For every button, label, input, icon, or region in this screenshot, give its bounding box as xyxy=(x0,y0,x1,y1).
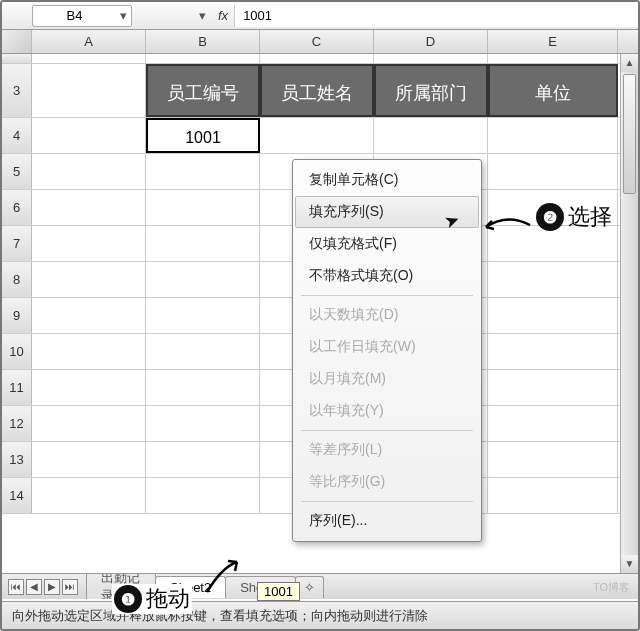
col-header-A[interactable]: A xyxy=(32,30,146,53)
cell[interactable] xyxy=(32,154,146,189)
row-header-2[interactable] xyxy=(2,54,32,63)
cell[interactable] xyxy=(488,118,618,153)
cell[interactable] xyxy=(32,190,146,225)
callout-number-2: ❷ xyxy=(536,203,564,231)
header-department[interactable]: 所属部门 xyxy=(374,64,488,117)
menu-separator xyxy=(301,430,473,431)
menu-growth: 等比序列(G) xyxy=(295,466,479,498)
cell[interactable] xyxy=(32,370,146,405)
tab-first-icon[interactable]: ⏮ xyxy=(8,579,24,595)
cell[interactable] xyxy=(260,54,374,63)
menu-separator xyxy=(301,501,473,502)
cell[interactable] xyxy=(488,406,618,441)
callout-select: ❷ 选择 xyxy=(536,202,612,232)
row-header-5[interactable]: 5 xyxy=(2,154,32,189)
row-header-3[interactable]: 3 xyxy=(2,64,32,117)
cell[interactable] xyxy=(146,442,260,477)
cell[interactable] xyxy=(488,54,618,63)
cell[interactable] xyxy=(32,262,146,297)
row-header-12[interactable]: 12 xyxy=(2,406,32,441)
header-employee-id[interactable]: 员工编号 xyxy=(146,64,260,117)
callout-text-select: 选择 xyxy=(568,202,612,232)
menu-fill-without-format[interactable]: 不带格式填充(O) xyxy=(295,260,479,292)
cell[interactable] xyxy=(32,118,146,153)
vertical-scrollbar[interactable]: ▲ ▼ xyxy=(620,54,638,573)
cell[interactable] xyxy=(32,334,146,369)
cell[interactable] xyxy=(32,64,146,117)
cell[interactable] xyxy=(146,334,260,369)
cell[interactable] xyxy=(374,118,488,153)
col-header-E[interactable]: E xyxy=(488,30,618,53)
col-header-C[interactable]: C xyxy=(260,30,374,53)
callout-drag: ❶ 拖动 xyxy=(112,584,192,614)
row-header-8[interactable]: 8 xyxy=(2,262,32,297)
select-all-corner[interactable] xyxy=(2,30,32,53)
cell[interactable] xyxy=(488,334,618,369)
cell[interactable] xyxy=(260,118,374,153)
scroll-thumb[interactable] xyxy=(623,74,636,194)
tab-next-icon[interactable]: ▶ xyxy=(44,579,60,595)
col-header-D[interactable]: D xyxy=(374,30,488,53)
menu-series[interactable]: 序列(E)... xyxy=(295,505,479,537)
cell[interactable] xyxy=(32,406,146,441)
cell[interactable] xyxy=(32,54,146,63)
row-header-13[interactable]: 13 xyxy=(2,442,32,477)
cell[interactable] xyxy=(146,54,260,63)
watermark: TO博客 xyxy=(593,580,630,595)
cell[interactable] xyxy=(146,478,260,513)
callout-arrow-icon xyxy=(482,215,532,235)
menu-linear: 等差序列(L) xyxy=(295,434,479,466)
menu-fill-weekdays: 以工作日填充(W) xyxy=(295,331,479,363)
cell[interactable] xyxy=(488,298,618,333)
menu-fill-format-only[interactable]: 仅填充格式(F) xyxy=(295,228,479,260)
formula-input[interactable]: 1001 xyxy=(234,5,638,27)
dropdown-icon[interactable]: ▾ xyxy=(199,8,206,23)
cell[interactable] xyxy=(146,262,260,297)
menu-fill-months: 以月填充(M) xyxy=(295,363,479,395)
fill-tooltip: 1001 xyxy=(257,582,300,601)
status-bar: 向外拖动选定区域并释放鼠标按键，查看填充选项；向内拖动则进行清除 xyxy=(2,601,638,629)
row-header-6[interactable]: 6 xyxy=(2,190,32,225)
row-header-11[interactable]: 11 xyxy=(2,370,32,405)
cell[interactable] xyxy=(146,370,260,405)
header-unit[interactable]: 单位 xyxy=(488,64,618,117)
name-box-dropdown-icon[interactable]: ▾ xyxy=(116,6,131,26)
tab-prev-icon[interactable]: ◀ xyxy=(26,579,42,595)
cell-B4-selected[interactable]: 1001 xyxy=(146,118,260,153)
header-employee-name[interactable]: 员工姓名 xyxy=(260,64,374,117)
cell[interactable] xyxy=(146,298,260,333)
menu-separator xyxy=(301,295,473,296)
cell[interactable] xyxy=(32,226,146,261)
cell[interactable] xyxy=(32,298,146,333)
tab-last-icon[interactable]: ⏭ xyxy=(62,579,78,595)
scroll-down-icon[interactable]: ▼ xyxy=(621,555,638,573)
cell[interactable] xyxy=(488,154,618,189)
tab-nav[interactable]: ⏮ ◀ ▶ ⏭ xyxy=(8,579,78,595)
cell[interactable] xyxy=(488,478,618,513)
menu-copy-cells[interactable]: 复制单元格(C) xyxy=(295,164,479,196)
row-header-14[interactable]: 14 xyxy=(2,478,32,513)
row-header-7[interactable]: 7 xyxy=(2,226,32,261)
cell[interactable] xyxy=(488,442,618,477)
row-header-10[interactable]: 10 xyxy=(2,334,32,369)
name-box[interactable]: B4 ▾ xyxy=(32,5,132,27)
col-header-B[interactable]: B xyxy=(146,30,260,53)
cell[interactable] xyxy=(488,370,618,405)
cell[interactable] xyxy=(146,406,260,441)
callout-arrow-icon xyxy=(202,557,242,597)
row-header-9[interactable]: 9 xyxy=(2,298,32,333)
cell-ref: B4 xyxy=(67,8,83,23)
cell[interactable] xyxy=(32,442,146,477)
cell[interactable] xyxy=(32,478,146,513)
callout-number-1: ❶ xyxy=(114,585,142,613)
cell[interactable] xyxy=(146,190,260,225)
sheet-tabs: ⏮ ◀ ▶ ⏭ 出勤记录 Sheet2 Sheet3 ✧ xyxy=(2,573,638,599)
cell[interactable] xyxy=(146,226,260,261)
callout-text-drag: 拖动 xyxy=(146,584,190,614)
cell[interactable] xyxy=(374,54,488,63)
scroll-up-icon[interactable]: ▲ xyxy=(621,54,638,72)
cell[interactable] xyxy=(146,154,260,189)
fx-label[interactable]: fx xyxy=(212,8,234,23)
cell[interactable] xyxy=(488,262,618,297)
row-header-4[interactable]: 4 xyxy=(2,118,32,153)
